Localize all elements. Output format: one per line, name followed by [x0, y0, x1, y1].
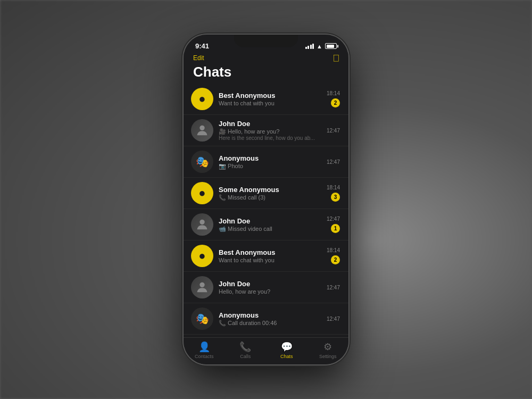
chat-meta: 12:47 1	[327, 216, 340, 233]
phone-frame: 9:41 ▲ Edit ⎕ Chats	[184, 35, 348, 364]
chat-name: John Doe	[219, 280, 321, 288]
chat-preview-line2: Here is the second line, how do you ab..…	[219, 135, 321, 141]
chat-preview: 🎥 Hello, how are you?	[219, 128, 321, 135]
person-icon: ●	[198, 186, 205, 200]
status-icons: ▲	[305, 43, 337, 49]
chat-item[interactable]: John Doe 📹 Missed video call 12:47 1	[184, 209, 348, 240]
avatar: 🎭	[191, 151, 213, 173]
header-top: Edit ⎕	[193, 53, 339, 63]
chat-meta: 18:14 3	[327, 185, 340, 202]
chat-time: 18:14	[327, 247, 340, 253]
chat-item[interactable]: 🎭 Anonymous 📷 Photo 12:47	[184, 146, 348, 178]
chat-item[interactable]: John Doe 🎥 Hello, how are you? Here is t…	[184, 115, 348, 146]
screen: 9:41 ▲ Edit ⎕ Chats	[184, 35, 348, 364]
chat-preview: Want to chat with you	[219, 100, 321, 106]
nav-item-chats[interactable]: 💬 Chats	[266, 341, 307, 359]
chat-time: 12:47	[327, 316, 340, 322]
unread-badge: 3	[331, 193, 340, 202]
chat-preview: Want to chat with you	[219, 257, 321, 263]
unread-badge: 1	[331, 224, 340, 233]
person-icon: ●	[198, 249, 205, 263]
nav-item-settings[interactable]: ⚙ Settings	[307, 341, 349, 359]
svg-point-0	[200, 126, 204, 130]
mask-icon: 🎭	[196, 312, 209, 325]
contacts-nav-icon: 👤	[198, 341, 210, 353]
chat-content: Anonymous 📞 Call duration 00:46	[219, 311, 321, 327]
person-silhouette-icon	[195, 280, 210, 295]
chat-meta: 12:47	[327, 316, 340, 322]
chat-content: Some Anonymous 📞 Missed call (3)	[219, 186, 321, 201]
chat-time: 12:47	[327, 159, 340, 165]
avatar	[191, 119, 213, 142]
person-icon: ●	[198, 92, 205, 106]
chat-list: ● Best Anonymous Want to chat with you 1…	[184, 84, 348, 337]
chat-content: John Doe 🎥 Hello, how are you? Here is t…	[219, 120, 321, 141]
chat-meta: 18:14 2	[327, 90, 340, 107]
chat-content: Best Anonymous Want to chat with you	[219, 248, 321, 263]
chat-item[interactable]: ● Best Anonymous Want to chat with you 1…	[184, 240, 348, 272]
nav-item-calls[interactable]: 📞 Calls	[225, 341, 267, 359]
battery-icon	[325, 43, 337, 49]
chat-name: Anonymous	[219, 311, 321, 319]
chat-time: 18:14	[327, 90, 340, 96]
compose-button[interactable]: ⎕	[334, 53, 339, 63]
chat-item[interactable]: ● Some Anonymous 📞 Missed call (3) 18:14…	[184, 178, 348, 209]
chat-time: 12:47	[327, 128, 340, 134]
chats-nav-label: Chats	[280, 354, 293, 359]
chat-preview: 📷 Photo	[219, 163, 321, 170]
mask-icon: 🎭	[196, 155, 209, 168]
chat-name: Best Anonymous	[219, 92, 321, 99]
signal-icon	[305, 44, 314, 49]
chat-content: Anonymous 📷 Photo	[219, 154, 321, 170]
avatar	[191, 276, 213, 298]
chat-name: John Doe	[219, 217, 321, 225]
chat-item[interactable]: ● Best Anonymous Want to chat with you 1…	[184, 84, 348, 115]
chat-content: Best Anonymous Want to chat with you	[219, 92, 321, 106]
calls-nav-label: Calls	[240, 354, 251, 359]
svg-point-2	[200, 282, 204, 287]
svg-point-1	[200, 220, 204, 225]
contacts-nav-label: Contacts	[195, 354, 214, 359]
wifi-icon: ▲	[317, 43, 322, 49]
chat-content: John Doe 📹 Missed video call	[219, 217, 321, 232]
chat-content: John Doe Hello, how are you?	[219, 280, 321, 295]
avatar: ●	[191, 182, 213, 204]
calls-nav-icon: 📞	[239, 341, 251, 353]
chat-time: 12:47	[327, 216, 340, 222]
unread-badge: 2	[331, 255, 340, 264]
chat-item[interactable]: John Doe Hello, how are you? 12:47	[184, 272, 348, 303]
chat-preview: 📞 Missed call (3)	[219, 194, 321, 201]
app-header: Edit ⎕ Chats	[184, 52, 348, 84]
chat-name: Anonymous	[219, 154, 321, 162]
chat-name: Some Anonymous	[219, 186, 321, 194]
chat-preview: Hello, how are you?	[219, 288, 321, 295]
chat-meta: 12:47	[327, 128, 340, 134]
nav-item-contacts[interactable]: 👤 Contacts	[184, 341, 225, 359]
settings-nav-label: Settings	[319, 354, 337, 359]
unread-badge: 2	[331, 98, 340, 107]
bottom-nav: 👤 Contacts 📞 Calls 💬 Chats ⚙ Settings	[184, 337, 348, 364]
chat-time: 12:47	[327, 285, 340, 290]
chat-name: Best Anonymous	[219, 248, 321, 256]
avatar: 🎭	[191, 307, 213, 330]
chat-time: 18:14	[327, 185, 340, 190]
settings-nav-icon: ⚙	[323, 341, 332, 353]
notch	[234, 35, 298, 47]
person-silhouette-icon	[195, 217, 210, 232]
edit-button[interactable]: Edit	[193, 54, 204, 62]
chat-preview: 📹 Missed video call	[219, 226, 321, 232]
chat-meta: 18:14 2	[327, 247, 340, 264]
avatar: ●	[191, 88, 213, 110]
page-title: Chats	[193, 64, 339, 80]
chat-meta: 12:47	[327, 285, 340, 290]
avatar: ●	[191, 245, 213, 267]
status-time: 9:41	[195, 42, 209, 50]
chat-preview: 📞 Call duration 00:46	[219, 320, 321, 327]
avatar	[191, 213, 213, 236]
chat-item[interactable]: 🎭 Anonymous 📞 Call duration 00:46 12:47	[184, 303, 348, 335]
chat-meta: 12:47	[327, 159, 340, 165]
chats-nav-icon: 💬	[281, 341, 293, 353]
person-silhouette-icon	[195, 123, 210, 138]
chat-name: John Doe	[219, 120, 321, 128]
